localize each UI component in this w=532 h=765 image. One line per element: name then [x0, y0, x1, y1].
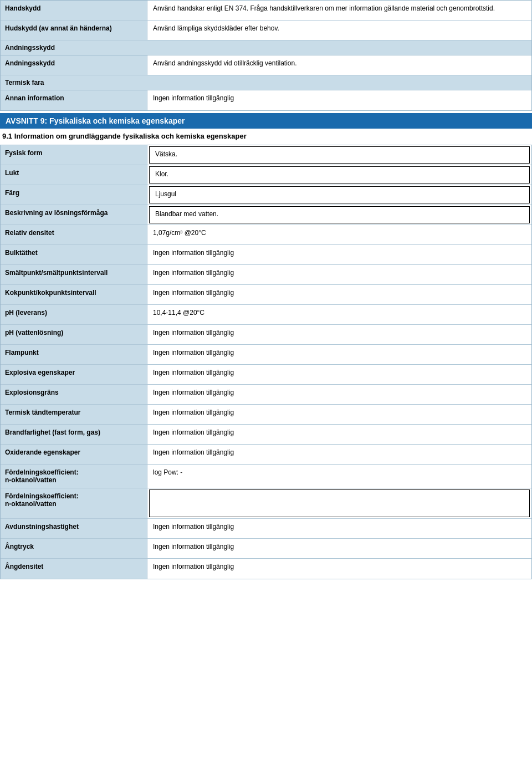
avdunstning-label: Avdunstningshastighet: [1, 519, 147, 538]
angdensitet-row: Ångdensitet Ingen information tillgängli…: [1, 559, 531, 579]
losningsformaga-value: Blandbar med vatten.: [149, 206, 530, 223]
avdunstning-value: Ingen information tillgänglig: [147, 519, 531, 538]
avdunstning-row: Avdunstningshastighet Ingen information …: [1, 519, 531, 539]
ph-vattenlosning-row: pH (vattenlösning) Ingen information til…: [1, 325, 531, 345]
termisk-tand-row: Termisk tändtemperatur Ingen information…: [1, 405, 531, 425]
andningsskydd-value: Använd andningsskydd vid otillräcklig ve…: [147, 55, 531, 75]
farg-row: Färg Ljusgul: [1, 185, 531, 205]
andningsskydd-label: Andningsskydd: [1, 55, 147, 75]
relativ-densitet-label: Relativ densitet: [1, 225, 147, 244]
termisk-header: Termisk fara: [1, 75, 531, 90]
fordelning1-row: Fördelningskoefficient: n-oktanol/vatten…: [1, 465, 531, 488]
explosiva-label: Explosiva egenskaper: [1, 365, 147, 384]
hudskydd-row: Hudskydd (av annat än händerna) Använd l…: [1, 21, 531, 40]
oxiderande-row: Oxiderande egenskaper Ingen information …: [1, 445, 531, 465]
explosionsgrans-label: Explosionsgräns: [1, 385, 147, 404]
losningsformaga-row: Beskrivning av lösningsförmåga Blandbar …: [1, 205, 531, 225]
oxiderande-value: Ingen information tillgänglig: [147, 445, 531, 464]
fordelning2-row: Fördelningskoefficient: n-oktanol/vatten: [1, 488, 531, 519]
properties-section: Fysisk form Vätska. Lukt Klor. Färg Ljus…: [0, 145, 532, 579]
avsnitt9-sub: 9.1 Information om grundläggande fysikal…: [0, 129, 532, 144]
ph-leverans-value: 10,4-11,4 @20°C: [147, 305, 531, 324]
avsnitt9-header: AVSNITT 9: Fysikaliska och kemiska egens…: [0, 113, 532, 129]
termisk-tand-label: Termisk tändtemperatur: [1, 405, 147, 424]
handskydd-value: Använd handskar enligt EN 374. Fråga han…: [147, 1, 531, 20]
losningsformaga-label: Beskrivning av lösningsförmåga: [1, 205, 147, 225]
flampunkt-value: Ingen information tillgänglig: [147, 345, 531, 364]
annan-information-label: Annan information: [1, 90, 147, 110]
annan-information-value: Ingen information tillgänglig: [147, 90, 531, 110]
angdensitet-label: Ångdensitet: [1, 559, 147, 579]
ph-leverans-label: pH (leverans): [1, 305, 147, 324]
smaltpunkt-label: Smältpunkt/smältpunktsintervall: [1, 265, 147, 284]
farg-label: Färg: [1, 185, 147, 205]
lukt-row: Lukt Klor.: [1, 165, 531, 185]
fordelning1-label: Fördelningskoefficient: n-oktanol/vatten: [1, 465, 147, 488]
lukt-value: Klor.: [149, 166, 530, 183]
handskydd-label: Handskydd: [1, 1, 147, 20]
relativ-densitet-row: Relativ densitet 1,07g/cm³ @20°C: [1, 225, 531, 245]
smaltpunkt-value: Ingen information tillgänglig: [147, 265, 531, 284]
ph-vattenlosning-value: Ingen information tillgänglig: [147, 325, 531, 344]
ph-leverans-row: pH (leverans) 10,4-11,4 @20°C: [1, 305, 531, 325]
angtryck-value: Ingen information tillgänglig: [147, 539, 531, 558]
brandfarlighet-row: Brandfarlighet (fast form, gas) Ingen in…: [1, 425, 531, 445]
explosionsgrans-row: Explosionsgräns Ingen information tillgä…: [1, 385, 531, 405]
andningsskydd-header: Andningsskydd: [1, 40, 531, 55]
termisk-tand-value: Ingen information tillgänglig: [147, 405, 531, 424]
fordelning1-value: log Pow: -: [147, 465, 531, 488]
annan-information-row: Annan information Ingen information till…: [1, 90, 531, 110]
flampunkt-row: Flampunkt Ingen information tillgänglig: [1, 345, 531, 365]
angtryck-label: Ångtryck: [1, 539, 147, 558]
fordelning2-value: [149, 489, 530, 517]
brandfarlighet-value: Ingen information tillgänglig: [147, 425, 531, 444]
smaltpunkt-row: Smältpunkt/smältpunktsintervall Ingen in…: [1, 265, 531, 285]
explosiva-row: Explosiva egenskaper Ingen information t…: [1, 365, 531, 385]
kokpunkt-label: Kokpunkt/kokpunktsintervall: [1, 285, 147, 304]
kokpunkt-value: Ingen information tillgänglig: [147, 285, 531, 304]
ph-vattenlosning-label: pH (vattenlösning): [1, 325, 147, 344]
hudskydd-label: Hudskydd (av annat än händerna): [1, 21, 147, 40]
bulktathet-value: Ingen information tillgänglig: [147, 245, 531, 264]
fysisk-form-value: Vätska.: [149, 146, 530, 164]
brandfarlighet-label: Brandfarlighet (fast form, gas): [1, 425, 147, 444]
bulktathet-label: Bulktäthet: [1, 245, 147, 264]
fysisk-form-row: Fysisk form Vätska.: [1, 145, 531, 165]
farg-value: Ljusgul: [149, 186, 530, 203]
angdensitet-value: Ingen information tillgänglig: [147, 559, 531, 579]
explosionsgrans-value: Ingen information tillgänglig: [147, 385, 531, 404]
angtryck-row: Ångtryck Ingen information tillgänglig: [1, 539, 531, 559]
fysisk-form-label: Fysisk form: [1, 145, 147, 165]
lukt-label: Lukt: [1, 165, 147, 185]
handskydd-row: Handskydd Använd handskar enligt EN 374.…: [1, 1, 531, 21]
andningsskydd-row: Andningsskydd Använd andningsskydd vid o…: [1, 55, 531, 75]
oxiderande-label: Oxiderande egenskaper: [1, 445, 147, 464]
relativ-densitet-value: 1,07g/cm³ @20°C: [147, 225, 531, 244]
flampunkt-label: Flampunkt: [1, 345, 147, 364]
bulktathet-row: Bulktäthet Ingen information tillgänglig: [1, 245, 531, 265]
hudskydd-value: Använd lämpliga skyddskläder efter behov…: [147, 21, 531, 40]
fordelning2-label: Fördelningskoefficient: n-oktanol/vatten: [1, 488, 147, 518]
kokpunkt-row: Kokpunkt/kokpunktsintervall Ingen inform…: [1, 285, 531, 305]
explosiva-value: Ingen information tillgänglig: [147, 365, 531, 384]
